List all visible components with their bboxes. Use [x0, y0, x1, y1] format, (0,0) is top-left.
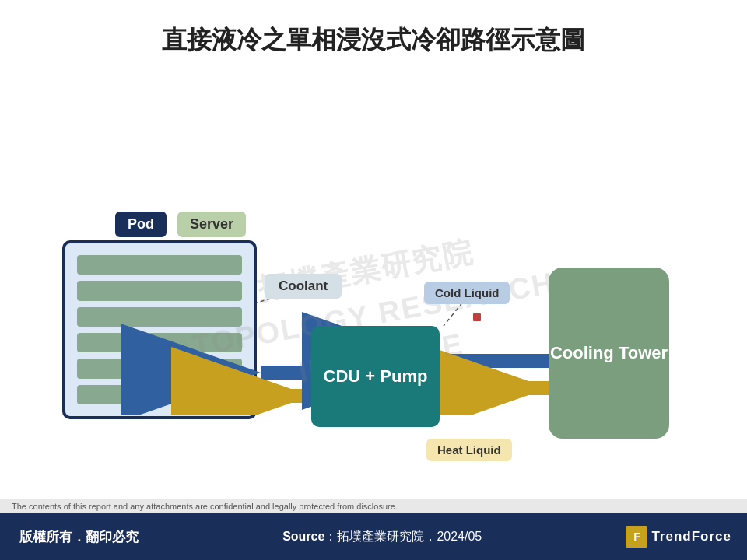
pod-box — [62, 240, 257, 419]
trendforce-logo-text: TrendForce — [651, 529, 731, 544]
source-label: Source — [282, 530, 324, 543]
source-text: ：拓墣產業研究院，2024/05 — [324, 530, 482, 543]
heat-liquid-label: Heat Liquid — [426, 439, 512, 461]
trendforce-logo-icon: F — [626, 526, 647, 548]
cold-liquid-label: Cold Liquid — [424, 282, 510, 304]
server-row-3 — [77, 307, 242, 327]
disclaimer-bar: The contents of this report and any atta… — [0, 499, 747, 513]
coolant-label: Coolant — [265, 274, 342, 299]
svg-rect-10 — [473, 313, 481, 321]
main-content: 直接液冷之單相浸沒式冷卻路徑示意圖 拓墣產業研究院 TOPOLOGY RESEA… — [0, 0, 747, 513]
server-row-4 — [77, 333, 242, 352]
diagram-area: 拓墣產業研究院 TOPOLOGY RESEARCH INSTITUTE Pod … — [0, 81, 747, 415]
server-label: Server — [177, 212, 246, 237]
server-row-2 — [77, 281, 242, 300]
page-title: 直接液冷之單相浸沒式冷卻路徑示意圖 — [0, 0, 747, 73]
footer-logo: F TrendForce — [626, 526, 747, 548]
cdu-pump-box: CDU + Pump — [311, 326, 440, 427]
footer-copyright: 版權所有．翻印必究 — [0, 528, 139, 546]
footer: 版權所有．翻印必究 Source：拓墣產業研究院，2024/05 F Trend… — [0, 513, 747, 560]
server-row-1 — [77, 255, 242, 275]
footer-source: Source：拓墣產業研究院，2024/05 — [139, 529, 626, 545]
cooling-tower-box: Cooling Tower — [549, 268, 669, 439]
server-row-6 — [77, 385, 242, 404]
pod-label: Pod — [115, 212, 167, 237]
server-row-5 — [77, 359, 242, 378]
